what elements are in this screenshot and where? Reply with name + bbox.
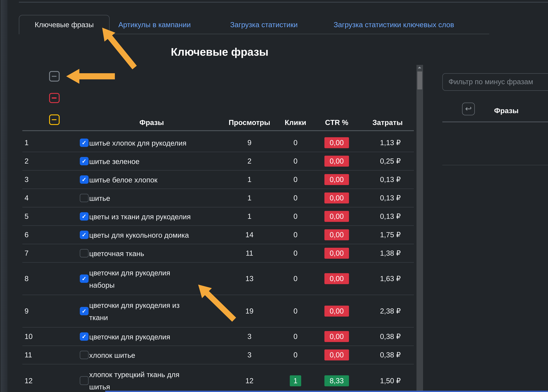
cost-cell: 1,38 ₽: [357, 244, 418, 262]
cost-cell: 0,25 ₽: [357, 152, 418, 170]
minus-icon: [52, 97, 57, 98]
ctr-cell: 0,00: [315, 152, 359, 170]
views-cell: 1: [228, 171, 271, 189]
minus-column-header-phrases[interactable]: Фразы: [476, 106, 537, 115]
clicks-cell: 0: [278, 295, 313, 327]
undo-icon: ↩: [465, 105, 472, 112]
clicks-cell: 1: [278, 364, 313, 392]
clicks-cell: 0: [278, 346, 313, 364]
views-cell: 12: [228, 364, 271, 392]
row-number: 8: [25, 263, 42, 295]
clicks-cell: 0: [278, 171, 313, 189]
minus-header-divider: [442, 121, 548, 122]
cost-cell: 0,13 ₽: [357, 171, 418, 189]
app-window: Ключевые фразы Артикулы в кампании Загру…: [0, 0, 548, 392]
row-number: 1: [25, 134, 42, 152]
table-row: 4 шитье 1 0 0,00 0,13 ₽: [22, 189, 414, 207]
table-row: 10 ✓ цветочки для рукоделия 3 0 0,00 0,3…: [22, 328, 414, 346]
views-cell: 1: [228, 207, 271, 225]
column-header-views[interactable]: Просмотры: [228, 118, 271, 127]
table-row: 7 цветочная ткань 11 0 0,00 1,38 ₽: [22, 244, 414, 263]
ctr-cell: 0,00: [315, 189, 359, 207]
views-cell: 1: [228, 189, 271, 207]
keywords-table: Фразы Просмотры Клики CTR % Затраты 1 ✓ …: [22, 118, 414, 392]
table-row: 5 ✓ цветы из ткани для рукоделия 1 0 0,0…: [22, 207, 414, 226]
cost-cell: 1,63 ₽: [357, 263, 418, 295]
tab-bar: Ключевые фразы Артикулы в кампании Загру…: [0, 15, 548, 34]
scrollbar-up-arrow-icon[interactable]: [418, 67, 421, 68]
annotation-arrow-minus-button: [66, 69, 115, 84]
ctr-cell: 0,00: [315, 207, 359, 225]
minus-phrases-filter-input[interactable]: [442, 73, 548, 91]
table-row: 6 ✓ цветы для кукольного домика 14 0 0,0…: [22, 226, 414, 244]
exclude-red-button[interactable]: [49, 93, 59, 103]
phrase-cell: цветочки для рукоделия из ткани: [85, 295, 219, 327]
column-header-cost[interactable]: Затраты: [357, 118, 418, 127]
ctr-cell: 0,00: [315, 346, 359, 364]
phrase-cell: цветы для кукольного домика: [85, 226, 219, 244]
tab-keyword-phrases[interactable]: Ключевые фразы: [19, 15, 110, 34]
clicks-cell: 0: [278, 226, 313, 244]
top-divider: [19, 2, 548, 2]
window-edge-strip: [0, 0, 7, 392]
column-header-ctr[interactable]: CTR %: [315, 118, 359, 127]
cost-cell: 0,38 ₽: [357, 328, 418, 345]
bottom-accent-line: [105, 391, 548, 392]
tab-stats-upload[interactable]: Загрузка статистики: [230, 15, 298, 34]
views-cell: 19: [228, 295, 271, 327]
scrollbar-thumb[interactable]: [417, 71, 422, 90]
table-scrollbar[interactable]: [416, 65, 423, 392]
clicks-cell: 0: [278, 134, 313, 152]
keyword-rows: 1 ✓ шитье хлопок для рукоделия 9 0 0,00 …: [22, 131, 414, 392]
phrase-cell: цветочки для рукоделия наборы: [85, 263, 219, 295]
phrase-cell: хлопок шитье: [85, 346, 219, 364]
tab-keyword-phrases-label: Ключевые фразы: [35, 21, 94, 29]
ctr-cell: 8,33: [315, 364, 359, 392]
undo-button[interactable]: ↩: [462, 103, 475, 115]
phrase-cell: хлопок турецкий ткань для шитья: [85, 364, 219, 392]
table-row: 11 хлопок шитье 3 0 0,00 0,38 ₽: [22, 346, 414, 364]
views-cell: 3: [228, 346, 271, 364]
minus-icon: [52, 76, 57, 77]
column-header-phrases[interactable]: Фразы: [85, 118, 219, 127]
row-number: 2: [25, 152, 42, 170]
keywords-panel-title: Ключевые фразы: [83, 46, 356, 58]
row-number: 3: [25, 171, 42, 189]
exclude-gray-button[interactable]: [49, 71, 59, 81]
clicks-cell: 0: [278, 189, 313, 207]
minus-row-divider: [442, 165, 548, 165]
table-row: 9 ✓ цветочки для рукоделия из ткани 19 0…: [22, 295, 414, 328]
tab-campaign-articles[interactable]: Артикулы в кампании: [118, 15, 191, 34]
phrase-cell: шитье зеленое: [85, 152, 219, 170]
tab-stats-upload-label: Загрузка статистики: [230, 20, 298, 29]
phrase-cell: цветочная ткань: [85, 244, 219, 262]
row-number: 12: [25, 364, 42, 392]
clicks-cell: 0: [278, 152, 313, 170]
row-number: 7: [25, 244, 42, 262]
cost-cell: 1,75 ₽: [357, 226, 418, 244]
views-cell: 11: [228, 244, 271, 262]
cost-cell: 0,38 ₽: [357, 346, 418, 364]
phrase-cell: цветы из ткани для рукоделия: [85, 207, 219, 225]
tab-keyword-stats-upload-label: Загрузка статистики ключевых слов: [334, 20, 454, 29]
ctr-cell: 0,00: [315, 171, 359, 189]
row-number: 6: [25, 226, 42, 244]
table-row: 12 хлопок турецкий ткань для шитья 12 1 …: [22, 364, 414, 392]
table-row: 2 ✓ шитье зеленое 2 0 0,00 0,25 ₽: [22, 152, 414, 171]
column-header-clicks[interactable]: Клики: [278, 118, 313, 127]
tab-keyword-stats-upload[interactable]: Загрузка статистики ключевых слов: [334, 15, 454, 34]
cost-cell: 2,38 ₽: [357, 295, 418, 327]
table-row: 8 ✓ цветочки для рукоделия наборы 13 0 0…: [22, 263, 414, 295]
keywords-table-header: Фразы Просмотры Клики CTR % Затраты: [22, 118, 414, 131]
cost-cell: 0,13 ₽: [357, 207, 418, 225]
table-row: 1 ✓ шитье хлопок для рукоделия 9 0 0,00 …: [22, 134, 414, 152]
ctr-cell: 0,00: [315, 226, 359, 244]
row-number: 11: [25, 346, 42, 364]
phrase-cell: шитье: [85, 189, 219, 207]
cost-cell: 1,50 ₽: [357, 364, 418, 392]
clicks-cell: 0: [278, 263, 313, 295]
clicks-cell: 0: [278, 328, 313, 345]
cost-cell: 1,13 ₽: [357, 134, 418, 152]
phrase-cell: шитье хлопок для рукоделия: [85, 134, 219, 152]
clicks-cell: 0: [278, 244, 313, 262]
